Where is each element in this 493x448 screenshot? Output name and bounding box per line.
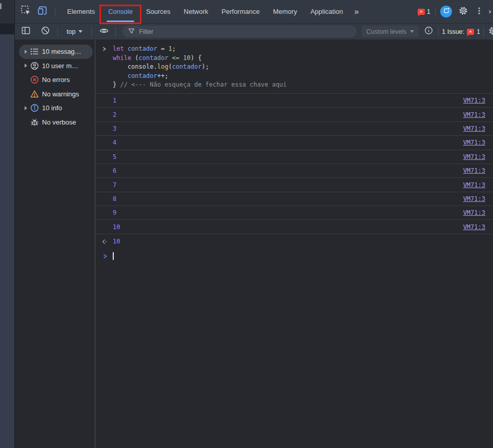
clear-console-button[interactable] xyxy=(38,25,52,38)
console-errors-badge[interactable]: 1 xyxy=(418,8,430,15)
log-value: 2 xyxy=(113,111,116,118)
toolbar-separator xyxy=(55,7,55,16)
funnel-icon xyxy=(128,27,135,36)
console-output-row: 1VM71:3 xyxy=(95,94,493,108)
source-link[interactable]: VM71:3 xyxy=(463,97,485,104)
issue-message-icon xyxy=(467,29,474,35)
log-value: 5 xyxy=(113,153,116,160)
console-output-row: 7VM71:3 xyxy=(95,178,493,192)
live-expression-button[interactable] xyxy=(97,25,111,38)
source-link[interactable]: VM71:3 xyxy=(463,139,485,146)
issues-counter[interactable]: 1 Issue: 1 xyxy=(442,28,480,35)
page-behind-devtools xyxy=(0,0,14,448)
source-link[interactable]: VM71:3 xyxy=(463,111,485,118)
context-label: top xyxy=(67,28,75,35)
info-circle-icon xyxy=(424,26,433,37)
device-toolbar-button[interactable] xyxy=(35,5,49,18)
ban-circle-icon xyxy=(40,26,50,37)
console-output-row: 10VM71:3 xyxy=(95,220,493,234)
console-output-row: 3VM71:3 xyxy=(95,122,493,136)
error-icon xyxy=(30,75,39,85)
return-value-icon xyxy=(101,238,108,247)
user-icon xyxy=(30,61,39,70)
filter-field[interactable] xyxy=(122,26,356,37)
tab-application[interactable]: Application xyxy=(304,0,350,23)
source-link[interactable]: VM71:3 xyxy=(463,209,485,216)
page-scrollbar-sliver xyxy=(0,3,2,9)
tab-console[interactable]: Console xyxy=(101,0,139,23)
inspect-element-button[interactable] xyxy=(19,5,32,18)
three-dots-icon xyxy=(475,6,484,17)
tab-memory[interactable]: Memory xyxy=(266,0,304,23)
toolbar-separator xyxy=(438,27,439,36)
expand-triangle-icon[interactable] xyxy=(23,106,29,110)
code-line: contador++; xyxy=(113,72,493,81)
sidebar-item-no-errors[interactable]: No errors xyxy=(19,73,93,87)
error-badge-count: 1 xyxy=(427,8,430,15)
console-output-row: 9VM71:3 xyxy=(95,206,493,220)
toolbar-separator xyxy=(115,27,116,36)
sidebar-item-label: 10 messag… xyxy=(42,48,81,55)
tab-capture-icon xyxy=(443,7,450,16)
console-output-row: 2VM71:3 xyxy=(95,108,493,121)
more-tabs-button[interactable]: » xyxy=(350,7,363,16)
console-prompt[interactable] xyxy=(95,249,493,264)
sidebar-item-10-messag-[interactable]: 10 messag… xyxy=(19,45,93,59)
toolbar-separator xyxy=(91,27,92,36)
console-panel: 10 messag…10 user m…No errorsNo warnings… xyxy=(15,40,493,448)
source-link[interactable]: VM71:3 xyxy=(463,167,485,174)
echoed-command: let contador = 1;while (contador <= 10) … xyxy=(95,40,493,93)
console-output-row: 4VM71:3 xyxy=(95,136,493,150)
tab-sources[interactable]: Sources xyxy=(139,0,177,23)
code-line: let contador = 1; xyxy=(113,45,493,54)
close-button-clipped[interactable]: × xyxy=(488,8,491,15)
expand-triangle-icon xyxy=(23,78,29,82)
settings-button[interactable] xyxy=(457,5,470,18)
tab-performance[interactable]: Performance xyxy=(215,0,266,23)
code-line: console.log(contador); xyxy=(113,63,493,72)
console-sidebar-toggle[interactable] xyxy=(19,25,32,38)
execution-context-dropdown[interactable]: top xyxy=(64,28,86,35)
expand-triangle-icon xyxy=(23,92,29,96)
extension-button[interactable] xyxy=(440,6,452,17)
settings-gear-clipped[interactable] xyxy=(488,26,493,38)
sidebar-item-no-warnings[interactable]: No warnings xyxy=(19,87,93,101)
tabbar-right-cluster: 1 × xyxy=(418,5,493,18)
issues-label: 1 Issue: xyxy=(442,28,464,35)
expand-triangle-icon[interactable] xyxy=(23,64,29,68)
chevron-down-icon xyxy=(410,30,414,33)
console-messages: let contador = 1;while (contador <= 10) … xyxy=(95,40,493,448)
code-line: while (contador <= 10) { xyxy=(113,54,493,63)
log-levels-label: Custom levels xyxy=(366,28,407,35)
sidebar-item-10-user-m-[interactable]: 10 user m… xyxy=(19,59,93,73)
list-icon xyxy=(30,47,39,56)
tab-elements[interactable]: Elements xyxy=(60,0,101,23)
levels-info-button[interactable] xyxy=(422,25,435,38)
result-value: 10 xyxy=(113,238,120,245)
log-value: 3 xyxy=(113,125,116,132)
warning-icon xyxy=(30,89,39,98)
code-line: } // <--- Não esqueça de fechar essa cha… xyxy=(113,80,493,90)
source-link[interactable]: VM71:3 xyxy=(463,223,485,231)
chevron-down-icon xyxy=(78,30,83,33)
menu-button[interactable] xyxy=(475,5,484,18)
source-link[interactable]: VM71:3 xyxy=(463,125,485,132)
sidebar-item-label: No warnings xyxy=(42,90,79,98)
sidebar-item-10-info[interactable]: 10 info xyxy=(19,101,93,115)
bug-icon xyxy=(30,117,39,127)
devtools-tabbar: ElementsConsoleSourcesNetworkPerformance… xyxy=(15,0,493,24)
tab-network[interactable]: Network xyxy=(177,0,215,23)
devtools-window: ElementsConsoleSourcesNetworkPerformance… xyxy=(14,0,493,448)
console-sidebar: 10 messag…10 user m…No errorsNo warnings… xyxy=(15,40,95,448)
dock-panel-icon xyxy=(21,26,31,37)
source-link[interactable]: VM71:3 xyxy=(463,195,485,202)
toolbar-separator xyxy=(57,27,58,36)
source-link[interactable]: VM71:3 xyxy=(463,153,485,160)
sidebar-item-label: 10 info xyxy=(42,104,62,112)
command-code: let contador = 1;while (contador <= 10) … xyxy=(113,45,493,90)
filter-input[interactable] xyxy=(139,28,351,35)
source-link[interactable]: VM71:3 xyxy=(463,181,485,189)
expand-triangle-icon[interactable] xyxy=(23,50,29,54)
sidebar-item-no-verbose[interactable]: No verbose xyxy=(19,115,93,130)
log-levels-dropdown[interactable]: Custom levels xyxy=(362,26,419,37)
